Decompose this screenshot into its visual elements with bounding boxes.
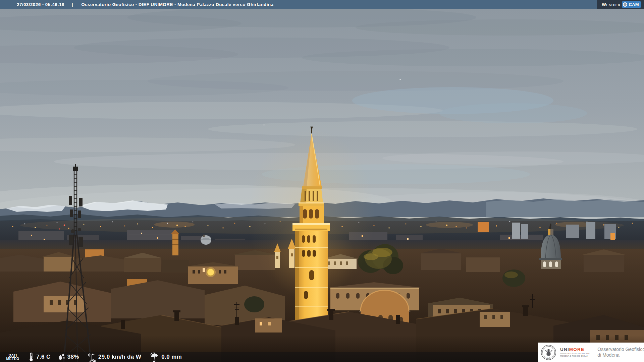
- unimore-wordmark: UNIMORE UNIVERSITÀ DEGLI STUDI DI MODENA…: [560, 347, 593, 358]
- temperature-value: 7.6 C: [36, 354, 51, 360]
- unimore-credit-box: 1175 UNIMORE UNIVERSITÀ DEGLI STUDI DI M…: [538, 343, 644, 362]
- rain-umbrella-icon: [150, 352, 159, 362]
- timestamp: 27/03/2026 - 05:46:18: [17, 2, 64, 7]
- humidity-icon: [57, 353, 65, 361]
- red-beacon-light: [64, 225, 65, 226]
- wind-value: 29.0 km/h da W: [98, 354, 141, 360]
- page-title: Osservatorio Geofisico - DIEF UNIMORE - …: [81, 2, 273, 7]
- wind-group: 29.0 km/h da W: [87, 352, 141, 362]
- lit-clock-face: [207, 269, 214, 276]
- webcam-photo: [0, 0, 644, 362]
- header-bar: 27/03/2026 - 05:46:18 | Osservatorio Geo…: [0, 0, 644, 9]
- unimore-seal-icon: 1175: [541, 345, 556, 360]
- wind-vane-icon: [87, 352, 96, 362]
- morning-star: [399, 79, 400, 80]
- precipitation-value: 0.0 mm: [161, 354, 182, 360]
- weathercam-logo: WEATHER CAM: [597, 0, 644, 9]
- humidity-group: 38%: [57, 353, 79, 361]
- precipitation-group: 0.0 mm: [150, 352, 182, 362]
- meteo-label: DATI METEO: [5, 354, 20, 360]
- weathercam-word: WEATHER: [602, 2, 620, 7]
- observatory-name: Osservatorio Geofisico di Modena: [597, 347, 644, 358]
- weathercam-cam-badge: CAM: [622, 1, 641, 8]
- humidity-value: 38%: [67, 354, 79, 360]
- temperature-group: 7.6 C: [28, 352, 51, 362]
- svg-text:1175: 1175: [547, 357, 550, 359]
- separator: |: [72, 2, 73, 7]
- clock-building: [186, 262, 240, 284]
- weathercam-lens-icon: [623, 2, 627, 7]
- thermometer-icon: [28, 352, 34, 362]
- webcam-page: 27/03/2026 - 05:46:18 | Osservatorio Geo…: [0, 0, 644, 362]
